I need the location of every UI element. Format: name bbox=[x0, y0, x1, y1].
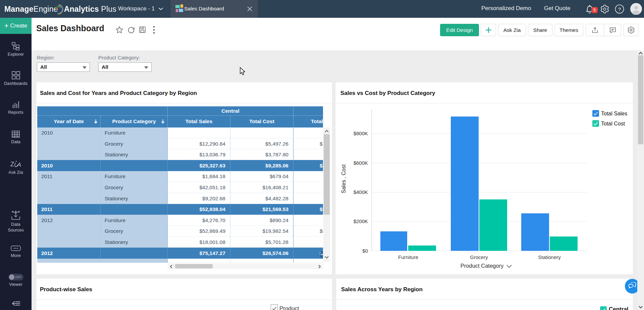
svg-text:Product Category: Product Category bbox=[461, 263, 504, 269]
svg-text:Sales , Cost: Sales , Cost bbox=[341, 164, 346, 193]
svg-text:$800K: $800K bbox=[354, 131, 368, 136]
svg-text:Stationery: Stationery bbox=[538, 254, 561, 260]
svg-text:$600K: $600K bbox=[354, 160, 368, 166]
svg-text:?: ? bbox=[618, 6, 621, 12]
svg-text:Total Sales: Total Sales bbox=[601, 111, 627, 116]
svg-text:Total Cost: Total Cost bbox=[601, 121, 625, 126]
svg-text:Grocery: Grocery bbox=[470, 254, 488, 260]
svg-text:Furniture: Furniture bbox=[398, 254, 418, 260]
svg-text:$0: $0 bbox=[362, 248, 368, 254]
svg-text:$200K: $200K bbox=[354, 218, 368, 224]
svg-text:$400K: $400K bbox=[354, 189, 368, 195]
